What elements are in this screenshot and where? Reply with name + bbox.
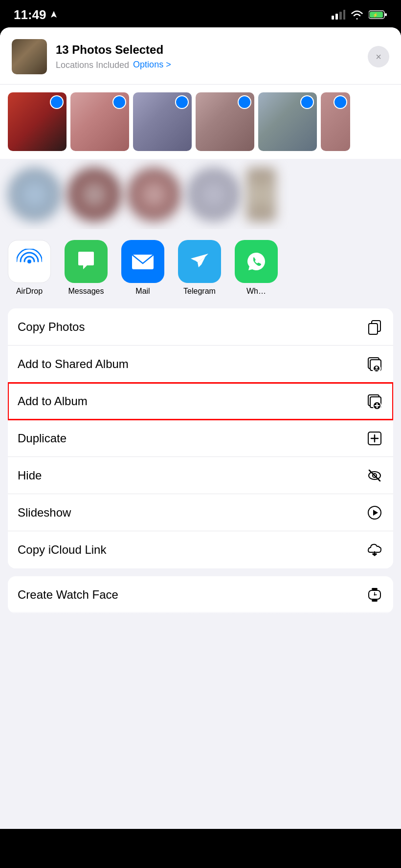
hide-label: Hide	[18, 469, 42, 482]
share-info: 13 Photos Selected Locations Included Op…	[56, 43, 171, 70]
add-to-album-icon	[366, 392, 383, 410]
airdrop-label: AirDrop	[16, 287, 43, 296]
copy-icloud-label: Copy iCloud Link	[18, 543, 106, 557]
copy-photos-icon	[366, 318, 383, 336]
signal-icon	[332, 10, 345, 20]
slideshow-icon	[366, 504, 383, 521]
create-watch-face-label: Create Watch Face	[18, 588, 118, 602]
photo-thumb-3[interactable]	[133, 92, 192, 151]
svg-rect-34	[372, 600, 378, 602]
share-header-left: 13 Photos Selected Locations Included Op…	[12, 39, 171, 74]
svg-point-18	[376, 366, 378, 369]
photo-thumbnails-row	[0, 85, 401, 159]
person-2[interactable]	[67, 168, 121, 221]
slideshow-action[interactable]: Slideshow	[8, 494, 393, 531]
whatsapp-svg	[244, 249, 269, 274]
share-title: 13 Photos Selected	[56, 43, 171, 57]
messages-app[interactable]: Messages	[65, 240, 108, 296]
svg-rect-1	[335, 14, 338, 20]
share-thumbnail	[12, 39, 47, 74]
icloud-svg	[366, 542, 383, 558]
svg-rect-2	[339, 12, 342, 20]
copy-photos-action[interactable]: Copy Photos	[8, 308, 393, 346]
person-3[interactable]	[127, 168, 181, 221]
add-to-album-label: Add to Album	[18, 394, 88, 408]
status-icons: ⚡	[332, 9, 387, 20]
people-suggestions-row	[0, 160, 401, 229]
svg-rect-0	[332, 16, 334, 20]
telegram-svg	[187, 249, 212, 274]
airdrop-app[interactable]: AirDrop	[8, 240, 51, 296]
thumbnail-image	[12, 39, 47, 74]
time-label: 11:49	[14, 7, 46, 22]
mail-label: Mail	[135, 287, 150, 296]
close-icon: ×	[376, 51, 381, 63]
messages-svg	[73, 249, 99, 274]
hide-svg	[366, 467, 383, 484]
location-icon	[49, 10, 58, 19]
create-watch-face-action[interactable]: Create Watch Face	[8, 576, 393, 613]
whatsapp-label: Wh…	[246, 287, 266, 296]
action-list: Copy Photos Add to Shared Album	[8, 308, 393, 568]
person-4[interactable]	[187, 168, 241, 221]
svg-marker-32	[373, 510, 378, 516]
status-bar: 11:49 ⚡	[0, 0, 401, 27]
status-time: 11:49	[14, 7, 58, 22]
add-shared-album-label: Add to Shared Album	[18, 357, 129, 371]
duplicate-icon	[366, 430, 383, 447]
messages-icon	[65, 240, 108, 283]
whatsapp-app[interactable]: Wh…	[235, 240, 278, 296]
watchface-svg	[366, 586, 383, 603]
person-5[interactable]	[246, 168, 276, 221]
share-subtitle: Locations Included	[56, 60, 129, 70]
duplicate-svg	[366, 430, 383, 447]
battery-icon: ⚡	[369, 10, 387, 20]
photo-thumb-4[interactable]	[196, 92, 254, 151]
airdrop-icon	[8, 240, 51, 283]
share-apps-row: AirDrop Messages Mail	[0, 230, 401, 301]
svg-point-8	[27, 260, 31, 263]
options-link[interactable]: Options >	[133, 60, 171, 70]
photo-thumb-partial[interactable]	[321, 92, 350, 151]
slideshow-label: Slideshow	[18, 506, 71, 520]
svg-rect-33	[372, 588, 378, 590]
telegram-label: Telegram	[183, 287, 216, 296]
copy-icloud-link-action[interactable]: Copy iCloud Link	[8, 531, 393, 568]
svg-text:⚡: ⚡	[373, 12, 379, 18]
hide-action[interactable]: Hide	[8, 457, 393, 494]
svg-rect-5	[385, 13, 387, 16]
duplicate-action[interactable]: Duplicate	[8, 420, 393, 457]
airdrop-waves-svg	[17, 249, 42, 274]
svg-rect-13	[369, 324, 378, 334]
add-shared-album-icon	[366, 355, 383, 373]
copy-icon-svg	[366, 319, 383, 335]
shared-album-svg	[366, 356, 383, 372]
person-1[interactable]	[8, 168, 62, 221]
slideshow-svg	[366, 504, 383, 521]
close-button[interactable]: ×	[368, 46, 389, 67]
svg-rect-3	[343, 10, 345, 20]
photo-thumb-5[interactable]	[258, 92, 317, 151]
telegram-icon	[178, 240, 221, 283]
messages-label: Messages	[68, 287, 104, 296]
mail-icon	[121, 240, 164, 283]
duplicate-label: Duplicate	[18, 432, 67, 445]
add-album-svg	[366, 393, 383, 410]
whatsapp-icon	[235, 240, 278, 283]
mail-svg	[129, 249, 156, 274]
share-sheet: 13 Photos Selected Locations Included Op…	[0, 27, 401, 829]
copy-photos-label: Copy Photos	[18, 320, 85, 334]
telegram-app[interactable]: Telegram	[178, 240, 221, 296]
wifi-icon	[350, 9, 364, 20]
photo-thumb-1[interactable]	[8, 92, 67, 151]
share-header: 13 Photos Selected Locations Included Op…	[0, 27, 401, 85]
mail-app[interactable]: Mail	[121, 240, 164, 296]
copy-icloud-icon	[366, 541, 383, 559]
add-to-album-action[interactable]: Add to Album	[8, 383, 393, 420]
photo-thumb-2[interactable]	[70, 92, 129, 151]
watch-face-icon	[366, 586, 383, 604]
add-shared-album-action[interactable]: Add to Shared Album	[8, 346, 393, 383]
hide-icon	[366, 467, 383, 484]
